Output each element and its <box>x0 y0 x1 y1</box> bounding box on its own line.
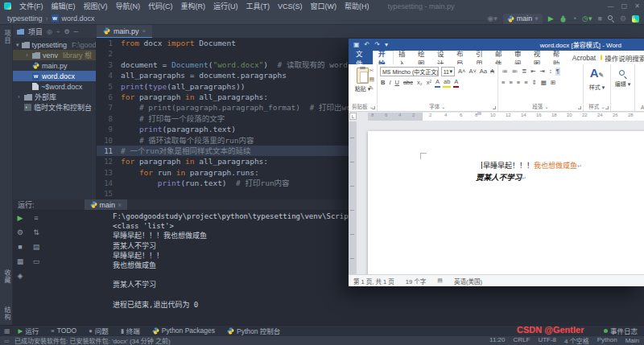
stop-button[interactable]: ■ <box>597 15 601 23</box>
tree-item-typesetting[interactable]: ▾typesettingF:\goodgoodstud <box>13 39 96 50</box>
ribbon-tab-引用[interactable]: 引用 <box>471 51 490 64</box>
menu-重构[interactable]: 重构(R) <box>177 2 210 10</box>
dialog-launcher-icon[interactable] <box>372 106 375 109</box>
ribbon-tab-绘图[interactable]: 绘图 <box>413 51 432 64</box>
paragraph-tool-1[interactable]: ≡ <box>508 79 513 87</box>
toolwindow-structure-button[interactable]: 结构 <box>2 306 11 321</box>
toolwindow-project-button[interactable]: 项目 <box>2 30 11 44</box>
tree-item-~$word.docx[interactable]: ~$word.docx <box>13 81 96 92</box>
restore-layout-icon[interactable]: ▦ <box>17 257 24 265</box>
font-tool-0[interactable]: B <box>380 79 386 87</box>
close-icon[interactable]: ✕ <box>634 2 640 10</box>
paragraph-tool-0[interactable]: ≔ <box>501 68 509 76</box>
font-tool-1[interactable]: I <box>388 79 391 87</box>
toolwindow-问题-button[interactable]: ●问题 <box>89 326 109 335</box>
paragraph-tool-3[interactable]: ⇤ <box>530 68 536 76</box>
tree-item-外部库[interactable]: ›外部库 <box>13 92 96 102</box>
git-branch[interactable]: Main <box>625 337 639 344</box>
coverage-button[interactable]: ◔ <box>572 15 576 23</box>
notification-icon[interactable]: ▭ <box>4 338 10 344</box>
menu-VCS[interactable]: VCS(S) <box>274 2 307 10</box>
language-indicator[interactable]: 英语(美国) <box>454 277 482 285</box>
menu-视图[interactable]: 视图(V) <box>80 2 112 10</box>
vertical-ruler[interactable] <box>349 121 357 274</box>
toolwindow-todo-button[interactable]: ≡TODO <box>51 327 76 335</box>
clear-all-icon[interactable]: ▭ <box>33 257 40 265</box>
menu-代码[interactable]: 代码(C) <box>144 2 177 10</box>
paste-icon[interactable] <box>357 68 369 84</box>
toolwindow-favorites-button[interactable]: 收藏 <box>2 269 11 284</box>
toolwindow-运行-button[interactable]: ▶运行 <box>19 326 39 335</box>
styles-button[interactable]: 样式 ▾ <box>586 83 608 91</box>
tab-selector[interactable]: L <box>349 113 357 120</box>
status-message[interactable]: 已成功安装软件包: 已安装软件包: 'docx' (34 分钟 之前) <box>14 336 171 345</box>
toolwindow-python-控制台-button[interactable]: Python 控制台 <box>227 326 280 335</box>
copy-icon[interactable]: ▤ <box>369 76 374 83</box>
font-tool-1[interactable]: A˅ <box>468 68 477 76</box>
close-tab-icon[interactable]: × <box>118 201 122 209</box>
paragraph-tool-1[interactable]: ≕ <box>511 68 519 76</box>
font-tool-2[interactable]: Aa <box>479 68 488 76</box>
settings-gear-icon[interactable]: ⚙ <box>620 15 626 23</box>
tree-item-临时文件和控制台[interactable]: 临时文件和控制台 <box>13 102 96 113</box>
tree-item-venv[interactable]: ›venvlibrary 根 <box>13 50 96 60</box>
format-painter-icon[interactable]: ✎ <box>369 85 374 92</box>
paragraph-tool-6[interactable]: ⊞ <box>550 79 556 87</box>
paragraph-tool-2[interactable]: ≡ <box>516 79 521 87</box>
font-tool-0[interactable]: A˄ <box>457 68 466 76</box>
paragraph-tool-3[interactable]: ≡ <box>523 79 528 87</box>
collapse-all-icon[interactable]: ÷ <box>56 28 60 35</box>
plugin-icon[interactable] <box>632 15 639 23</box>
font-tool-4[interactable]: x₂ <box>416 79 423 87</box>
pin-icon[interactable]: ◈ <box>18 272 23 280</box>
paragraph-tool-0[interactable]: ≡ <box>501 79 506 87</box>
tree-chevron-icon[interactable]: › <box>24 52 30 58</box>
ribbon-tab-帮助[interactable]: 帮助 <box>548 51 568 64</box>
editor-tab-main-py[interactable]: main.py × <box>97 25 152 38</box>
font-tool-5[interactable]: x² <box>426 79 432 87</box>
dialog-launcher-icon[interactable] <box>605 106 609 109</box>
word-count[interactable]: 19 个字 <box>406 277 426 285</box>
word-document-area[interactable]: 早睡早起！！！我也想做咸鱼↵ 贾某人不学习↵ <box>349 121 644 274</box>
cut-icon[interactable]: ✂ <box>369 68 374 74</box>
console-tab-main[interactable]: main × <box>85 199 128 210</box>
breadcrumb-file[interactable]: word.docx <box>62 14 95 23</box>
minimize-icon[interactable]: — <box>608 2 614 10</box>
locate-file-icon[interactable]: ◎ <box>47 28 52 35</box>
close-tab-icon[interactable]: × <box>142 27 147 35</box>
maximize-icon[interactable]: ▢ <box>621 2 628 10</box>
ribbon-tab-布局[interactable]: 布局 <box>452 51 471 64</box>
tell-me-box[interactable]: 操作说明搜索 <box>601 51 644 64</box>
hide-panel-icon[interactable]: ─ <box>74 28 79 35</box>
menu-帮助[interactable]: 帮助(H) <box>341 2 374 10</box>
paragraph-2[interactable]: 贾某人不学习↵ <box>476 171 526 183</box>
redo-icon[interactable]: ↷ <box>374 41 380 48</box>
debug-button[interactable] <box>559 15 567 23</box>
menu-编辑[interactable]: 编辑(E) <box>47 2 80 10</box>
scroll-to-end-icon[interactable]: ⇅ <box>33 228 39 236</box>
search-everywhere-icon[interactable] <box>608 15 614 22</box>
editing-button[interactable]: 编辑 ▾ <box>613 80 632 88</box>
menu-文件[interactable]: 文件(F) <box>15 2 47 10</box>
proofing-icon[interactable]: ▤ <box>437 277 443 284</box>
print-icon[interactable]: ▤ <box>33 243 40 251</box>
rerun-button[interactable]: ▶ <box>18 214 23 222</box>
document-page[interactable]: 早睡早起！！！我也想做咸鱼↵ 贾某人不学习↵ <box>368 131 644 274</box>
run-config-select[interactable]: main ▾ <box>503 14 543 24</box>
paragraph-tool-5[interactable]: ↕ <box>548 68 553 76</box>
project-panel-header[interactable]: 项目 ◎ ÷ ⚙ ─ <box>13 25 97 38</box>
customize-toolbar-icon[interactable]: ▾ <box>385 41 388 48</box>
page-indicator[interactable]: 第 1 页, 共 1 页 <box>353 277 394 285</box>
status-item[interactable]: 4 个空格 <box>564 336 589 345</box>
find-icon[interactable] <box>619 70 627 78</box>
panel-settings-gear-icon[interactable]: ⚙ <box>64 28 69 35</box>
indent-marker[interactable] <box>477 112 481 115</box>
font-tool-7[interactable]: ab <box>443 78 451 88</box>
paragraph-tool-2[interactable]: ≣ <box>521 68 527 76</box>
tree-item-word.docx[interactable]: Wword.docx <box>13 71 96 81</box>
edit-config-wrench-icon[interactable]: ⚙ <box>17 228 23 236</box>
paragraph-tool-4[interactable]: ⇥ <box>539 68 546 76</box>
horizontal-ruler[interactable]: L 8642246810121416182022242628 <box>349 112 644 121</box>
font-tool-3[interactable]: abc <box>402 79 414 87</box>
ribbon-tab-开始[interactable]: 开始 <box>373 51 394 64</box>
